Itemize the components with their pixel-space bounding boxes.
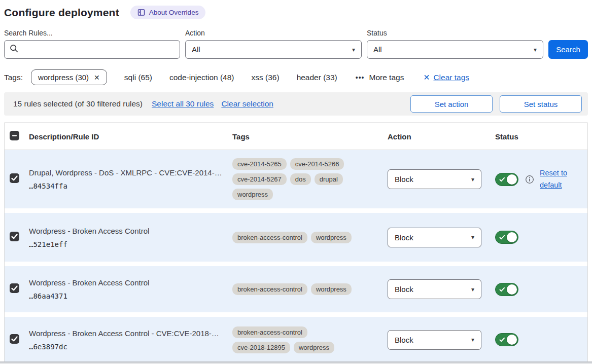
row-checkbox[interactable] — [10, 173, 19, 183]
status-filter-label: Status — [367, 29, 543, 37]
rule-description: Wordpress - Broken Access Control - CVE:… — [29, 329, 232, 338]
rule-action-value: Block — [395, 285, 413, 294]
table-row: Wordpress - Broken Access Control …521e1… — [5, 213, 587, 262]
filter-row: Search Rules... Action All ▾ Status All … — [4, 29, 588, 59]
checkmark-icon — [10, 232, 19, 241]
rule-action-select[interactable]: Block ▾ — [388, 279, 481, 299]
page-title: Configure deployment — [4, 7, 119, 19]
tag-option-sqli[interactable]: sqli (65) — [124, 73, 152, 82]
info-icon[interactable] — [525, 175, 534, 184]
tag-option-header[interactable]: header (33) — [297, 73, 337, 82]
selection-summary: 15 rules selected (of 30 filtered rules) — [13, 99, 143, 108]
rule-description: Wordpress - Broken Access Control — [29, 278, 232, 287]
rule-status-toggle[interactable] — [495, 333, 518, 346]
rule-id: …84534ffa — [29, 182, 232, 190]
tag-pill: broken-access-control — [232, 283, 307, 295]
action-filter-select[interactable]: All ▾ — [185, 40, 362, 59]
rule-status-toggle[interactable] — [495, 173, 518, 186]
column-header-tags: Tags — [232, 132, 384, 141]
column-header-action: Action — [384, 132, 485, 141]
tag-pill: cve-2014-5266 — [290, 158, 344, 170]
checkmark-icon — [499, 337, 505, 343]
select-all-link[interactable]: Select all 30 rules — [152, 99, 214, 108]
row-checkbox[interactable] — [10, 232, 19, 241]
clear-tags-label: Clear tags — [433, 73, 469, 82]
rule-tags: cve-2014-5265cve-2014-5266cve-2014-5267d… — [232, 158, 364, 200]
toggle-knob — [507, 284, 517, 295]
rule-action-select[interactable]: Block ▾ — [388, 228, 481, 247]
rule-status-toggle[interactable] — [495, 231, 518, 244]
clear-tags-link[interactable]: ✕ Clear tags — [423, 73, 469, 82]
chevron-down-icon: ▾ — [471, 336, 474, 343]
chevron-down-icon: ▾ — [471, 234, 474, 241]
ellipsis-icon: ••• — [356, 74, 365, 82]
rule-id: …86aa4371 — [29, 292, 232, 300]
tag-pill: dos — [290, 173, 311, 185]
select-all-checkbox[interactable] — [10, 131, 19, 140]
rule-id: …521e1eff — [29, 240, 232, 248]
close-icon: ✕ — [423, 73, 430, 82]
selected-tag-chip[interactable]: wordpress (30) ✕ — [31, 69, 107, 85]
tags-bar: Tags: wordpress (30) ✕ sqli (65) code-in… — [4, 69, 588, 85]
rule-action-value: Block — [395, 233, 413, 242]
tag-pill: drupal — [315, 173, 343, 185]
chevron-down-icon: ▾ — [534, 46, 537, 53]
set-status-button[interactable]: Set status — [500, 95, 582, 113]
search-input[interactable] — [4, 40, 180, 59]
remove-tag-icon[interactable]: ✕ — [94, 74, 100, 82]
tag-pill: wordpress — [232, 189, 273, 200]
tag-option-code-injection[interactable]: code-injection (48) — [169, 73, 234, 82]
checkmark-icon — [10, 173, 19, 183]
column-header-status: Status — [485, 132, 587, 141]
rule-status-toggle[interactable] — [495, 283, 518, 296]
rule-description: Wordpress - Broken Access Control — [29, 227, 232, 235]
action-filter-label: Action — [185, 29, 362, 37]
chevron-down-icon: ▾ — [471, 286, 474, 293]
rule-action-select[interactable]: Block ▾ — [388, 169, 481, 189]
clear-selection-link[interactable]: Clear selection — [221, 99, 273, 108]
checkmark-icon — [10, 334, 19, 344]
row-checkbox[interactable] — [10, 334, 19, 344]
table-body: Drupal, Wordpress - DoS - XMLRPC - CVE:C… — [5, 150, 587, 362]
table-row: Drupal, Wordpress - DoS - XMLRPC - CVE:C… — [5, 150, 587, 208]
status-filter-value: All — [373, 45, 382, 54]
table-row: Wordpress - Broken Access Control …86aa4… — [5, 266, 587, 312]
status-filter-select[interactable]: All ▾ — [367, 40, 543, 59]
checkmark-icon — [499, 177, 505, 183]
row-checkbox[interactable] — [10, 283, 19, 293]
search-button[interactable]: Search — [548, 40, 588, 59]
toggle-knob — [507, 232, 517, 242]
rules-table: Description/Rule ID Tags Action Status D… — [4, 123, 588, 362]
set-action-button[interactable]: Set action — [410, 95, 493, 113]
tag-pill: broken-access-control — [232, 326, 307, 338]
rule-action-select[interactable]: Block ▾ — [388, 330, 481, 350]
reset-to-default-link[interactable]: Reset to default — [540, 167, 572, 192]
more-tags-button[interactable]: ••• More tags — [356, 73, 404, 82]
tag-pill: cve-2014-5265 — [232, 158, 287, 170]
rule-action-value: Block — [395, 336, 413, 344]
tags-label: Tags: — [4, 73, 23, 82]
rule-id: …6e3897dc — [29, 343, 232, 351]
about-overrides-badge[interactable]: About Overrides — [130, 6, 206, 19]
table-header-row: Description/Rule ID Tags Action Status — [5, 123, 587, 150]
tag-option-xss[interactable]: xss (36) — [252, 73, 280, 82]
rule-tags: broken-access-controlwordpress — [232, 232, 364, 243]
search-label: Search Rules... — [4, 29, 180, 37]
rule-action-value: Block — [395, 175, 413, 184]
horizontal-scrollbar[interactable] — [0, 361, 592, 363]
tag-pill: cve-2018-12895 — [232, 342, 290, 353]
selection-bar: 15 rules selected (of 30 filtered rules)… — [4, 92, 588, 116]
indeterminate-icon — [10, 131, 19, 140]
more-tags-label: More tags — [369, 73, 404, 82]
page-header: Configure deployment About Overrides — [4, 0, 588, 19]
checkmark-icon — [499, 235, 505, 240]
action-filter-value: All — [192, 45, 200, 54]
chevron-down-icon: ▾ — [471, 176, 474, 183]
tag-pill: wordpress — [294, 342, 334, 353]
about-overrides-label: About Overrides — [149, 9, 199, 16]
toggle-knob — [507, 335, 517, 345]
column-header-description: Description/Rule ID — [29, 132, 232, 141]
book-icon — [137, 9, 145, 16]
table-row: Wordpress - Broken Access Control - CVE:… — [5, 317, 587, 362]
status-filter-field: Status All ▾ — [367, 29, 543, 59]
